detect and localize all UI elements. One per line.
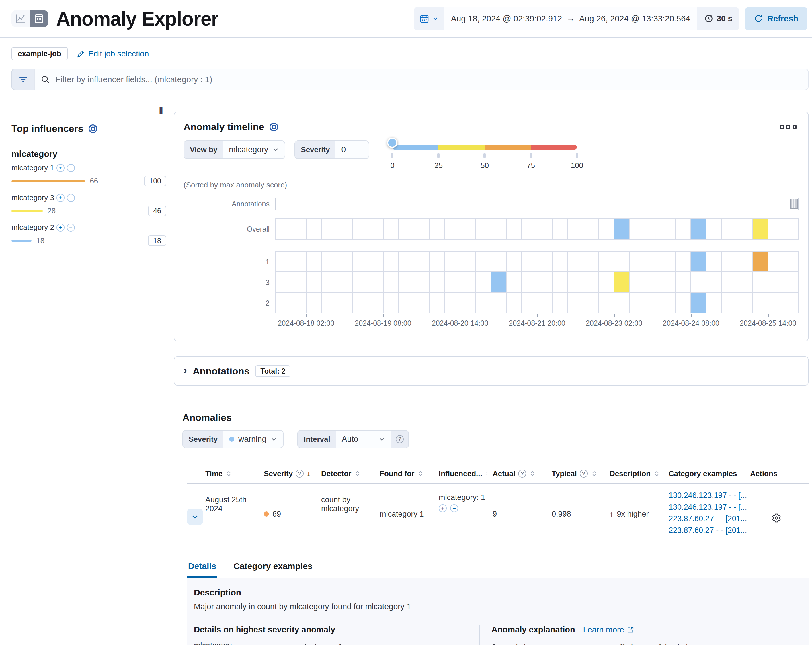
swimlane-cell[interactable]	[491, 293, 507, 313]
swimlane-cell[interactable]	[368, 272, 384, 292]
swimlane-cell[interactable]	[691, 272, 707, 292]
swimlane-cell[interactable]	[783, 293, 799, 313]
swimlane-cell[interactable]	[599, 272, 614, 292]
swimlane-cell[interactable]	[429, 293, 445, 313]
swimlane-cell[interactable]	[752, 252, 768, 271]
swimlane-cell[interactable]	[322, 219, 337, 239]
col-header-severity[interactable]: Severity ? ↓	[264, 465, 321, 483]
swimlane-cell[interactable]	[783, 252, 799, 271]
swimlane-cell[interactable]	[537, 293, 553, 313]
swimlane-cell[interactable]	[307, 219, 322, 239]
plus-filter-icon[interactable]: +	[56, 164, 64, 172]
swimlane-cell[interactable]	[291, 293, 307, 313]
swimlane-cell[interactable]	[614, 272, 630, 292]
col-header-actual[interactable]: Actual ?	[493, 465, 552, 483]
swimlane-cell[interactable]	[599, 252, 614, 271]
interval-select[interactable]: Auto	[336, 431, 391, 448]
swimlane-cell[interactable]	[553, 293, 568, 313]
help-ring-icon[interactable]	[88, 124, 98, 134]
swimlane-cell[interactable]	[445, 252, 461, 271]
minus-filter-icon[interactable]: −	[67, 164, 75, 172]
swimlane-cell[interactable]	[445, 293, 461, 313]
panel-options-icon[interactable]	[778, 123, 799, 131]
swimlane-cell[interactable]	[399, 219, 414, 239]
swimlane-cell[interactable]	[353, 252, 368, 271]
edit-job-selection-link[interactable]: Edit job selection	[77, 49, 149, 58]
swimlane-cell[interactable]	[691, 219, 707, 239]
resize-drag-handle[interactable]: ‖	[159, 106, 163, 116]
minus-filter-icon[interactable]: −	[450, 504, 458, 512]
swimlane-cell[interactable]	[676, 219, 691, 239]
swimlane-cell[interactable]	[337, 219, 353, 239]
swimlane-cell[interactable]	[707, 272, 722, 292]
swimlane-cell[interactable]	[537, 219, 553, 239]
plus-filter-icon[interactable]: +	[56, 194, 64, 202]
swimlane-cell[interactable]	[384, 219, 399, 239]
swimlane-cell[interactable]	[783, 219, 799, 239]
swimlane-cell[interactable]	[522, 252, 537, 271]
influencer-label[interactable]: mlcategory 2	[11, 223, 54, 232]
swimlane-cell[interactable]	[337, 293, 353, 313]
swimlane-cell[interactable]	[645, 252, 661, 271]
influencer-label[interactable]: mlcategory 3	[11, 193, 54, 202]
swimlane-cell[interactable]	[614, 293, 630, 313]
swimlane-cell[interactable]	[630, 293, 645, 313]
swimlane-cell[interactable]	[722, 272, 737, 292]
swimlane-cell[interactable]	[768, 252, 784, 271]
chevron-right-icon[interactable]: ›	[183, 364, 187, 377]
swimlane-cell[interactable]	[737, 272, 752, 292]
annotation-marker[interactable]	[790, 199, 798, 209]
interval-help[interactable]: ?	[391, 431, 408, 448]
swimlane-cell[interactable]	[583, 219, 599, 239]
category-example-link[interactable]: 223.87.60.27 - - [201...	[669, 525, 744, 536]
swimlane-cell[interactable]	[707, 219, 722, 239]
swimlane-cell[interactable]	[476, 219, 491, 239]
swimlane-cell[interactable]	[568, 252, 583, 271]
swimlane-cell[interactable]	[322, 252, 337, 271]
swimlane-cell[interactable]	[553, 252, 568, 271]
swimlane-cell[interactable]	[599, 219, 614, 239]
swimlane-cell[interactable]	[568, 293, 583, 313]
swimlane-cell[interactable]	[645, 293, 661, 313]
refresh-interval-button[interactable]: 30 s	[697, 7, 739, 30]
minus-filter-icon[interactable]: −	[67, 224, 75, 232]
swimlane-cell[interactable]	[384, 252, 399, 271]
swimlane-cell[interactable]	[445, 219, 461, 239]
learn-more-link[interactable]: Learn more	[583, 625, 634, 634]
swimlane-cell[interactable]	[307, 293, 322, 313]
swimlane-cell[interactable]	[368, 219, 384, 239]
swimlane-cell[interactable]	[491, 219, 507, 239]
filter-options-button[interactable]	[11, 69, 34, 90]
swimlane-cell[interactable]	[507, 272, 522, 292]
swimlane-cell[interactable]	[583, 252, 599, 271]
swimlane-cell[interactable]	[307, 252, 322, 271]
swimlane-cell[interactable]	[630, 272, 645, 292]
swimlane-cell[interactable]	[414, 252, 430, 271]
start-date[interactable]: Aug 18, 2024 @ 02:39:02.912	[451, 14, 562, 23]
swimlane-cell[interactable]	[322, 293, 337, 313]
swimlane-cell[interactable]	[614, 252, 630, 271]
influencer-label[interactable]: mlcategory 1	[11, 163, 54, 172]
swimlane-cell[interactable]	[429, 219, 445, 239]
swimlane-cell[interactable]	[507, 293, 522, 313]
col-header-time[interactable]: Time	[205, 465, 264, 483]
swimlane-cell[interactable]	[461, 293, 476, 313]
swimlane-cell[interactable]	[276, 252, 291, 271]
swimlane-cell[interactable]	[491, 272, 507, 292]
swimlane-cell[interactable]	[553, 219, 568, 239]
swimlane-cell[interactable]	[737, 293, 752, 313]
severity-input[interactable]: 0	[336, 141, 369, 158]
swimlane-cell[interactable]	[676, 293, 691, 313]
swimlane-cell[interactable]	[522, 219, 537, 239]
swimlane-cell[interactable]	[399, 252, 414, 271]
swimlane-cell[interactable]	[429, 252, 445, 271]
swimlane-cell[interactable]	[414, 272, 430, 292]
swimlane-cell[interactable]	[660, 272, 676, 292]
swimlane-cell[interactable]	[722, 293, 737, 313]
swimlane-cell[interactable]	[676, 272, 691, 292]
swimlane-cell[interactable]	[353, 219, 368, 239]
swimlane-cell[interactable]	[537, 272, 553, 292]
swimlane-cell[interactable]	[414, 293, 430, 313]
swimlane-cell[interactable]	[399, 293, 414, 313]
swimlane-cell[interactable]	[722, 219, 737, 239]
